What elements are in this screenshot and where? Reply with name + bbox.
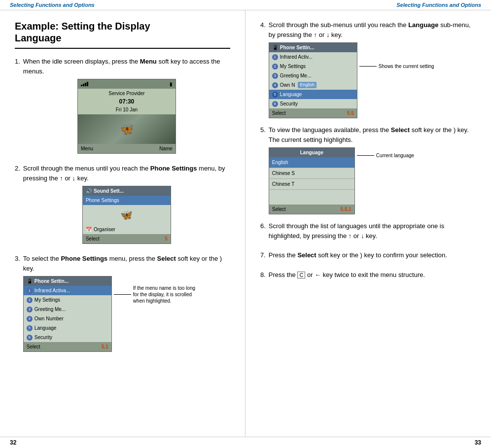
item-num-3: 3 (27, 307, 33, 312)
r-menu-item-infrared[interactable]: 1 Infrared Activ... (269, 52, 357, 62)
softkey-select-lang[interactable]: Select (272, 206, 286, 213)
phone-settin-right-menu: 📱 Phone Settin... 1 Infrared Activ... 2 … (269, 42, 357, 118)
menu-code-ps: 5 (165, 235, 168, 242)
header-right-title: Selecting Functions and Options (396, 2, 481, 8)
bar1 (81, 85, 82, 86)
menu-item-infrared[interactable]: 1 Infrared Activa... (24, 286, 111, 295)
item-num-6: 6 (27, 335, 33, 341)
page-header: Selecting Functions and Options Selectin… (0, 0, 491, 10)
battery-icon: ▮ (170, 80, 173, 88)
lang-item-chinese-s[interactable]: Chinese S (269, 168, 354, 179)
step-8-text: Press the C or ← key twice to exit the m… (269, 270, 476, 280)
step-5-text: To view the languages available, press t… (269, 125, 476, 144)
step-3-text: To select the Phone Settings menu, press… (23, 254, 230, 273)
lang-code: 5.5.1 (341, 206, 351, 213)
menu-item-phone-settings[interactable]: Phone Settings (83, 196, 171, 205)
left-column: Example: Setting the Display Language 1.… (0, 10, 246, 437)
idle-softkeys: Menu Name (78, 144, 175, 153)
menu-item-language[interactable]: 5 Language (24, 323, 111, 333)
step-7: 7. Press the Select soft key or the ) ke… (260, 250, 476, 263)
idle-info: Service Provider 07:30 Fri 10 Jan (78, 89, 175, 114)
bar2 (83, 84, 84, 86)
phone-settin-menu: 📱 Phone Settin... 1 Infrared Activa... 2… (23, 276, 112, 352)
step-7-num: 7. (260, 250, 266, 263)
step-2-num: 2. (15, 164, 20, 247)
step-5: 5. To view the languages available, pres… (260, 125, 476, 214)
r-menu-item-mysettings[interactable]: 2 My Settings (269, 62, 357, 71)
menu-icon-sound: 🔊 (86, 187, 92, 195)
step-3: 3. To select the Phone Settings menu, pr… (15, 254, 230, 352)
phone-settin-right-title: 📱 Phone Settin... (269, 43, 357, 52)
main-content: Example: Setting the Display Language 1.… (0, 10, 491, 437)
step-5-num: 5. (260, 125, 266, 214)
step-5-annotated: Language English Chinese S Chinese T Sel… (269, 147, 476, 214)
bar3 (85, 83, 86, 86)
softkey-menu[interactable]: Menu (81, 145, 93, 152)
r-menu-item-ownnumber[interactable]: 4 Own N English (269, 80, 357, 90)
step-6: 6. Scroll through the list of languages … (260, 221, 476, 243)
r-annotation-text: Shows the current setting (377, 63, 434, 69)
r-annotation-container: Shows the current setting (359, 42, 434, 70)
r-menu-item-greeting[interactable]: 3 Greeting Me... (269, 71, 357, 80)
section-heading: Example: Setting the Display Language (15, 20, 230, 44)
phone-icon-r: 📱 (272, 44, 278, 51)
item-num-1: 1 (27, 288, 33, 294)
menu-code-settin: 5.1 (102, 343, 108, 350)
r-annotation-english: Shows the current setting (359, 63, 434, 69)
item-num-4: 4 (27, 316, 33, 322)
service-provider-label: Service Provider (79, 90, 175, 97)
step-4-text: Scroll through the sub-menus until you r… (269, 20, 476, 39)
step-1-text: When the idle screen displays, press the… (23, 57, 230, 76)
softkey-select-ps[interactable]: Select (86, 235, 100, 242)
softkey-select-r[interactable]: Select (272, 109, 286, 117)
lang-annotation-text: Current language (374, 152, 414, 159)
menu-softkeys-settin: Select 5.1 (24, 342, 111, 351)
step-7-text: Press the Select soft key or the ) key t… (269, 250, 476, 260)
page-footer: 32 33 (0, 437, 491, 448)
idle-image: 🦋 (78, 114, 175, 144)
step-4-num: 4. (260, 20, 266, 118)
annotation-container: If the menu name is too long for the dis… (114, 276, 200, 305)
signal-bars (81, 82, 88, 86)
step-3-annotated: 📱 Phone Settin... 1 Infrared Activa... 2… (23, 276, 230, 352)
menu-item-organiser[interactable]: 📅 Organiser (83, 225, 171, 234)
page-number-right: 33 (475, 439, 481, 446)
annotation-infrared: If the menu name is too long for the dis… (114, 285, 200, 304)
menu-item-greeting[interactable]: 3 Greeting Me... (24, 305, 111, 314)
step-1-num: 1. (15, 57, 20, 157)
idle-top-bar: ▮ (78, 79, 175, 89)
section-divider (15, 48, 230, 49)
menu-butterfly-icon: 🦋 (120, 207, 133, 222)
step-2-text: Scroll through the menus until you reach… (23, 164, 230, 183)
r-menu-item-security[interactable]: 6 Security (269, 99, 357, 108)
menu-item-ownnumber[interactable]: 4 Own Number (24, 314, 111, 323)
item-num-5: 5 (27, 325, 33, 331)
lang-annotation-container: Current language (357, 147, 414, 160)
lang-annotation: Current language (357, 152, 414, 159)
item-num-2: 2 (27, 297, 33, 303)
lang-item-english[interactable]: English (269, 157, 354, 168)
softkey-name[interactable]: Name (159, 145, 173, 152)
menu-code-r: 5.5 (347, 109, 354, 117)
idle-screen-mockup: ▮ Service Provider 07:30 Fri 10 Jan 🦋 Me… (77, 79, 176, 154)
softkey-select-settin[interactable]: Select (27, 343, 40, 350)
step-6-text: Scroll through the list of languages unt… (269, 221, 476, 241)
menu-item-mysettings[interactable]: 2 My Settings (24, 295, 111, 305)
header-left-title: Selecting Functions and Options (10, 2, 95, 8)
phone-icon: 📱 (27, 277, 33, 285)
organiser-icon: 📅 (86, 226, 92, 233)
annot-line (114, 294, 131, 295)
menu-image-area: 🦋 (83, 205, 171, 225)
language-menu: Language English Chinese S Chinese T Sel… (269, 147, 355, 214)
page-number-left: 32 (10, 439, 16, 446)
lang-item-chinese-t[interactable]: Chinese T (269, 179, 354, 190)
annotation-text: If the menu name is too long for the dis… (131, 285, 200, 304)
step-4-annotated: 📱 Phone Settin... 1 Infrared Activ... 2 … (269, 42, 476, 118)
menu-softkeys-ps: Select 5 (83, 234, 171, 243)
r-menu-item-language[interactable]: 5 Language (269, 90, 357, 99)
english-badge: English (298, 82, 316, 89)
menu-softkeys-r: Select 5.5 (269, 108, 357, 118)
lang-title: Language (269, 148, 354, 157)
menu-item-security[interactable]: 6 Security (24, 333, 111, 342)
idle-date: Fri 10 Jan (79, 106, 175, 113)
